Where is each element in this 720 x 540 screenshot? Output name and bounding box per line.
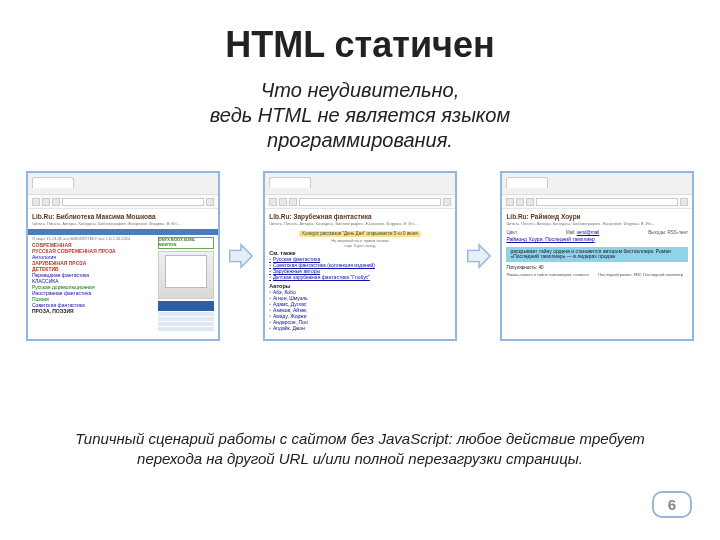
label-rss: Выходы: RSS-лент: [648, 231, 688, 236]
menu-icon: [680, 198, 688, 206]
browser-toolbar: [265, 195, 455, 209]
address-bar: [62, 198, 204, 206]
footer-caption: Типичный сценарий работы с сайтом без Ja…: [60, 429, 660, 468]
info-col: Роман-эпопея о тайне тамплиеров, начиная: [506, 273, 596, 277]
reload-icon: [52, 198, 60, 206]
address-bar: [299, 198, 441, 206]
address-bar: [536, 198, 678, 206]
link-list: Русская фантастика Советская фантастика …: [269, 257, 451, 281]
contest-badge: Конкурс рассказов "День Дня" открывается…: [299, 231, 420, 238]
link-list: СОВРЕМЕННАЯ РУССКАЯ СОВРЕМЕННАЯ ПРОЗА Ан…: [32, 243, 154, 315]
timestamp-text: О март 15.23.06 онс:БИБЛИОТЕКУ все 1.0.2…: [32, 237, 154, 241]
ereader-image: [158, 251, 214, 299]
ad-strip: [158, 327, 214, 331]
browser-toolbar: [28, 195, 218, 209]
info-col: Последний роман, FB2, Последний тамплиер: [598, 273, 688, 277]
link-item: ЗАРУБЕЖНАЯ ПРОЗА: [32, 261, 154, 267]
menu-icon: [443, 198, 451, 206]
screenshot-1: Lib.Ru: Библиотека Максима Мошкова Читат…: [26, 171, 220, 341]
label-popularity: Популярность: 40: [506, 266, 688, 271]
author-item: Амаду, Жоржи: [269, 314, 451, 320]
label-mail: Mail:: [566, 230, 576, 235]
link-item: ДЕТЕКТИВ: [32, 267, 154, 273]
author-item: Апдайк, Джон: [269, 326, 451, 332]
subtitle-line-2: ведь HTML не является языком программиро…: [210, 104, 510, 151]
author-list: Абэ, Кобо Агнон, Шмуэль Адамс, Дуглас Аз…: [269, 290, 451, 332]
section-heading: См. также: [269, 250, 451, 256]
ad-button: [158, 301, 214, 311]
link-item: Переводная фантастика: [32, 273, 154, 279]
arrow-icon: [226, 236, 258, 276]
forward-button-icon: [42, 198, 50, 206]
browser-toolbar: [502, 195, 692, 209]
link-item: СОВРЕМЕННАЯ: [32, 243, 154, 249]
link-item: Русская дореволюционная: [32, 285, 154, 291]
subtitle-line-1: Что неудивительно,: [261, 79, 459, 101]
ad-strip: [158, 322, 214, 326]
ad-strip: [158, 317, 214, 321]
page-header: Lib.Ru: Раймонд Хоури: [506, 213, 688, 220]
page-header: Lib.Ru: Библиотека Максима Мошкова: [32, 213, 214, 220]
section-heading: Авторы: [269, 283, 451, 289]
page-subheader: Читать. Писать. Авторы. Конкурсы. Библио…: [32, 222, 214, 226]
page-number: 6: [652, 491, 692, 518]
slide-subtitle: Что неудивительно, ведь HTML не является…: [120, 78, 600, 153]
ad-strip: [158, 312, 214, 316]
page-subheader: Читать. Писать. Авторы. Конкурсы. Библио…: [269, 222, 451, 226]
back-button-icon: [32, 198, 40, 206]
author-item: Азимов, Айзек: [269, 308, 451, 314]
browser-tabbar: [502, 173, 692, 195]
back-button-icon: [506, 198, 514, 206]
page-subheader: Читать. Писать. Авторы. Конкурсы. Библио…: [506, 222, 688, 226]
author-item: Адамс, Дуглас: [269, 302, 451, 308]
highlight-box: раскрывает тайну ордена и становится авт…: [506, 247, 688, 262]
link-item: Зарубежные авторы: [269, 269, 451, 275]
link-item: Советская фантастика (коллекция изданий): [269, 263, 451, 269]
category-heading: ПРОЗА, ПОЭЗИЯ: [32, 309, 154, 315]
forward-button-icon: [279, 198, 287, 206]
ad-onyx: ONYX BOOX I63ML NEWTON: [158, 237, 214, 249]
link-item: Поэзия: [32, 297, 154, 303]
browser-tabbar: [265, 173, 455, 195]
reload-icon: [289, 198, 297, 206]
arrow-icon: [463, 236, 495, 276]
author-item: Андерсон, Пол: [269, 320, 451, 326]
info-columns: Роман-эпопея о тайне тамплиеров, начиная…: [506, 273, 688, 277]
link-item: РУССКАЯ СОВРЕМЕННАЯ ПРОЗА: [32, 249, 154, 255]
author-item: Агнон, Шмуэль: [269, 296, 451, 302]
link-item: Детская зарубежная фантастика "Глобус": [269, 275, 451, 281]
label-series: Цикл: [506, 231, 517, 236]
forward-button-icon: [516, 198, 524, 206]
notice-text: На мировой конт прием заявокеще 3 дня на…: [269, 239, 451, 248]
link-item: Иностранная фантастика: [32, 291, 154, 297]
link-item: КЛАССИКА: [32, 279, 154, 285]
screenshot-row: Lib.Ru: Библиотека Максима Мошкова Читат…: [26, 171, 694, 341]
link-item: Русская фантастика: [269, 257, 451, 263]
screenshot-2: Lib.Ru: Зарубежная фантастика Читать. Пи…: [263, 171, 457, 341]
reload-icon: [526, 198, 534, 206]
link-item: Антология: [32, 255, 154, 261]
author-item: Абэ, Кобо: [269, 290, 451, 296]
screenshot-3: Lib.Ru: Раймонд Хоури Читать. Писать. Ав…: [500, 171, 694, 341]
page-header: Lib.Ru: Зарубежная фантастика: [269, 213, 451, 220]
slide-title: HTML статичен: [36, 24, 684, 66]
link-item: Советская фантастика: [32, 303, 154, 309]
menu-icon: [206, 198, 214, 206]
back-button-icon: [269, 198, 277, 206]
book-link: Раймонд Хоури. Последний тамплиер: [506, 237, 688, 243]
browser-tabbar: [28, 173, 218, 195]
ad-bar: [28, 229, 218, 235]
